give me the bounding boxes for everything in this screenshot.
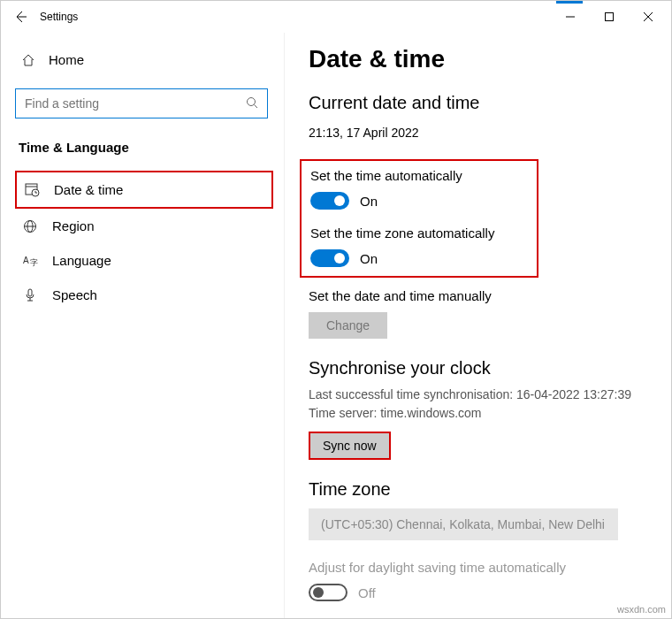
auto-zone-label: Set the time zone automatically bbox=[310, 225, 528, 241]
highlighted-auto-settings: Set the time automatically On Set the ti… bbox=[300, 159, 538, 278]
dst-toggle bbox=[309, 584, 347, 601]
search-input[interactable] bbox=[25, 96, 246, 111]
svg-rect-1 bbox=[606, 13, 614, 21]
window-title: Settings bbox=[40, 11, 78, 23]
timezone-heading: Time zone bbox=[309, 479, 653, 500]
sidebar-item-date-time[interactable]: Date & time bbox=[15, 171, 273, 209]
language-icon: A字 bbox=[22, 254, 38, 268]
current-datetime: 21:13, 17 April 2022 bbox=[309, 126, 653, 140]
sync-info: Last successful time synchronisation: 16… bbox=[309, 386, 653, 423]
close-button[interactable] bbox=[629, 4, 668, 30]
sidebar-item-label: Language bbox=[52, 253, 111, 268]
sidebar-item-region[interactable]: Region bbox=[15, 209, 273, 243]
maximize-button[interactable] bbox=[590, 4, 629, 30]
section-current: Current date and time bbox=[309, 93, 653, 113]
microphone-icon bbox=[22, 288, 38, 302]
auto-time-label: Set the time automatically bbox=[310, 168, 528, 183]
auto-zone-state: On bbox=[360, 251, 378, 266]
svg-rect-16 bbox=[28, 289, 32, 296]
watermark: wsxdn.com bbox=[617, 604, 666, 615]
home-link[interactable]: Home bbox=[15, 49, 273, 71]
sync-heading: Synchronise your clock bbox=[309, 358, 653, 378]
auto-time-state: On bbox=[360, 194, 378, 209]
minimize-button[interactable] bbox=[551, 4, 590, 30]
dst-state: Off bbox=[358, 585, 376, 600]
home-icon bbox=[20, 53, 36, 67]
home-label: Home bbox=[49, 52, 84, 67]
auto-time-toggle[interactable] bbox=[310, 192, 349, 210]
sync-now-button[interactable]: Sync now bbox=[309, 432, 391, 460]
svg-text:字: 字 bbox=[30, 258, 38, 267]
auto-zone-toggle[interactable] bbox=[310, 249, 349, 267]
window-controls bbox=[551, 4, 668, 30]
svg-line-5 bbox=[255, 104, 258, 108]
globe-icon bbox=[22, 219, 38, 233]
manual-label: Set the date and time manually bbox=[309, 288, 653, 303]
change-button[interactable]: Change bbox=[309, 312, 387, 339]
sidebar-item-label: Speech bbox=[52, 287, 97, 302]
svg-point-4 bbox=[248, 97, 256, 105]
category-heading: Time & Language bbox=[15, 140, 273, 155]
dst-label: Adjust for daylight saving time automati… bbox=[309, 560, 653, 575]
sidebar: Home Time & Language Date & time Region … bbox=[1, 33, 284, 618]
search-box[interactable] bbox=[15, 88, 268, 118]
sidebar-item-label: Region bbox=[52, 218, 95, 233]
page-title: Date & time bbox=[309, 45, 653, 73]
sidebar-item-speech[interactable]: Speech bbox=[15, 278, 273, 312]
back-button[interactable] bbox=[4, 1, 36, 33]
svg-text:A: A bbox=[23, 256, 29, 265]
titlebar: Settings bbox=[1, 1, 671, 33]
search-icon bbox=[246, 96, 258, 111]
sidebar-item-language[interactable]: A字 Language bbox=[15, 243, 273, 278]
content-pane: Date & time Current date and time 21:13,… bbox=[284, 33, 671, 618]
sidebar-item-label: Date & time bbox=[54, 182, 123, 197]
timezone-dropdown[interactable]: (UTC+05:30) Chennai, Kolkata, Mumbai, Ne… bbox=[309, 508, 618, 540]
calendar-clock-icon bbox=[24, 182, 40, 197]
